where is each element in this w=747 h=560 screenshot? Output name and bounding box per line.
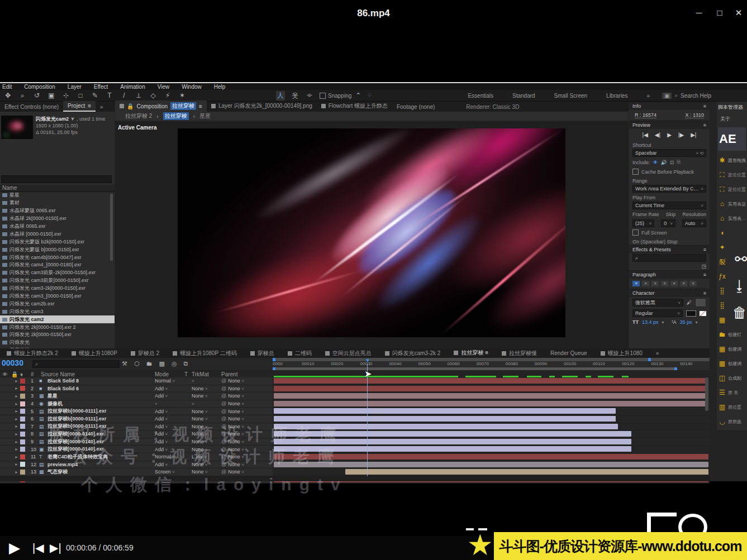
label-color-swatch[interactable]	[20, 424, 25, 429]
tab-overflow[interactable]: »	[96, 102, 108, 112]
label-color-swatch[interactable]	[20, 470, 25, 475]
tool-icon[interactable]: 人	[276, 91, 285, 100]
layer-trkmat-select[interactable]: None ˅	[192, 447, 218, 452]
workspace-tab[interactable]: Libraries	[606, 93, 627, 99]
label-color-swatch[interactable]	[20, 417, 25, 422]
twirl-arrow[interactable]: ►	[15, 447, 18, 451]
layer-parent-select[interactable]: @None ˅	[221, 386, 260, 391]
script-item[interactable]: ⛶ 定位位置	[717, 167, 747, 182]
layer-trkmat-select[interactable]: ˅	[192, 401, 218, 406]
layer-row[interactable]: ► 7 ▤ 拉丝穿梭b[0000-0111].exr Add ˅ None ˅ …	[0, 423, 710, 431]
hide-shy-icon[interactable]: 🖿	[146, 360, 152, 367]
layer-name[interactable]: Black Solid 6	[47, 386, 151, 391]
twirl-arrow[interactable]: ►	[15, 402, 18, 406]
transport-button[interactable]: ▶|	[691, 132, 696, 138]
twirl-arrow[interactable]: ►	[15, 462, 18, 466]
label-column-icon[interactable]: ♦	[20, 371, 23, 377]
project-file-row[interactable]: 闪烁发光 cam4_[0000-0180].exr	[0, 261, 115, 269]
project-file-row[interactable]: 闪烁发光 cam3前景[0000-0150].exr	[0, 277, 115, 285]
panel-menu-icon[interactable]: ≡	[88, 103, 91, 109]
reset-icon[interactable]: ⟲	[700, 151, 703, 156]
twirl-arrow[interactable]: ►	[15, 470, 18, 474]
project-file-row[interactable]: 水晶球 0065.exr	[0, 223, 115, 231]
layer-track[interactable]	[273, 400, 710, 408]
no-stroke-swatch[interactable]	[700, 311, 706, 316]
justify-last-left-button[interactable]: ≡	[661, 281, 668, 286]
tool-icon[interactable]: T	[105, 92, 114, 99]
layer-track[interactable]	[273, 423, 710, 430]
layer-trkmat-select[interactable]: None ˅	[192, 386, 218, 391]
label-color-swatch[interactable]	[20, 379, 25, 384]
project-file-row[interactable]: 素材	[0, 199, 115, 207]
transport-button[interactable]: |◀	[643, 132, 648, 138]
layer-name[interactable]: 拉丝穿梭[0000-0140].exr	[47, 430, 151, 438]
play-from-select[interactable]: Current Time˅	[632, 202, 706, 209]
trash-overlay-icon[interactable]: 🗑	[732, 304, 747, 322]
layer-mode-select[interactable]: Screen ˅	[155, 469, 184, 475]
layer-row[interactable]: ► 6 ▤ 拉丝穿梭b[0000-0111].exr Add ˅ None ˅ …	[0, 415, 710, 423]
layer-name[interactable]: 摄像机	[47, 400, 151, 408]
layer-track[interactable]	[273, 393, 710, 400]
justify-last-right-button[interactable]: ≡	[680, 281, 687, 286]
layer-track[interactable]	[273, 438, 710, 446]
layer-name[interactable]: 老鹰C4D粒子流体特效宝典	[47, 453, 151, 461]
export-icon[interactable]: ⎘	[677, 159, 681, 165]
tool-icon[interactable]: ⚡	[163, 92, 172, 99]
renderer-label[interactable]: Renderer: Classic 3D	[461, 102, 524, 112]
layer-name[interactable]: 星星	[47, 393, 151, 400]
tab-effect-controls[interactable]: Effect Controls (none)	[0, 102, 63, 112]
minimize-button[interactable]: ─	[693, 7, 705, 19]
layer-row[interactable]: ► 8 ▤ 拉丝穿梭[0000-0140].exr Add ˅ None ˅ @…	[0, 430, 710, 438]
layer-trkmat-select[interactable]: None ˅	[192, 393, 218, 399]
label-color-swatch[interactable]	[20, 386, 25, 391]
breadcrumb-comp2[interactable]: 拉丝穿梭 2	[125, 112, 152, 120]
layer-trkmat-select[interactable]: ˅	[192, 378, 218, 384]
align-left-button[interactable]: ≡	[632, 281, 640, 286]
timeline-footer-scrollbar[interactable]	[0, 476, 710, 481]
layer-track[interactable]	[273, 468, 710, 476]
panel-menu-icon[interactable]: ≡	[703, 290, 706, 296]
layer-parent-select[interactable]: @None ˅	[221, 447, 260, 452]
layer-parent-select[interactable]: @None ˅	[221, 424, 260, 429]
play-icon[interactable]: ▶	[9, 536, 20, 560]
project-file-row[interactable]: 水晶球蒙版 0065.exr	[0, 207, 115, 215]
timeline-tab[interactable]: 拉丝穿梭慢	[495, 348, 544, 358]
timeline-tab[interactable]: 空间云层点亮总	[318, 348, 378, 358]
shortcut-select[interactable]: Spacebar˅ ⟲	[632, 149, 706, 157]
layer-track[interactable]	[273, 408, 710, 415]
project-file-row[interactable]: 闪烁发光 cam4b[0000-0047].exr	[0, 253, 115, 261]
tab-project[interactable]: Project ≡	[63, 101, 96, 112]
project-file-row[interactable]: 闪烁发光 cam3	[0, 308, 115, 315]
tool-icon[interactable]: 옷	[291, 91, 299, 100]
layer-row[interactable]: ► 12 ▤ preview.mp4 Add ˅ None ˅ @None ˅	[0, 461, 710, 469]
layer-name[interactable]: 拉丝穿梭b[0000-0111].exr	[47, 408, 151, 415]
panel-menu-icon[interactable]: ≡	[199, 103, 202, 109]
layer-duration-bar[interactable]	[274, 393, 708, 399]
breadcrumb-comp3[interactable]: 星星	[199, 112, 211, 120]
script-item[interactable]: ◡ 层层函	[717, 414, 747, 429]
download-overlay-icon[interactable]: ⭳	[732, 277, 747, 295]
script-item[interactable]: ◖	[717, 226, 747, 240]
menu-item[interactable]: Edit	[2, 84, 12, 90]
layer-name[interactable]: preview.mp4	[47, 462, 151, 467]
close-button[interactable]: ✕	[732, 7, 745, 19]
font-size-value[interactable]: 13.4 px	[642, 319, 659, 325]
transport-button[interactable]: |▶	[678, 132, 684, 138]
layer-duration-bar[interactable]	[345, 469, 708, 475]
fit-icon[interactable]: ⁘	[365, 92, 374, 99]
audio-include-icon[interactable]: 🔊	[661, 160, 667, 165]
project-file-row[interactable]: 闪烁发光 cam3-2k[0000-0150].exr	[0, 285, 115, 293]
align-right-button[interactable]: ≡	[651, 281, 659, 286]
tab-footage[interactable]: Footage (none)	[392, 102, 439, 112]
justify-last-center-button[interactable]: ≡	[670, 281, 678, 286]
lock-column-icon[interactable]: 🔒	[11, 371, 18, 377]
timeline-tab[interactable]: 闪烁发光cam3-2k 2	[378, 348, 448, 358]
layer-row[interactable]: ► 5 ▤ 拉丝穿梭b[0000-0111].exr Add ˅ None ˅ …	[0, 408, 710, 415]
project-file-row[interactable]: 闪烁发光蒙版 b2k[0000-0150].exr	[0, 238, 115, 246]
layer-trkmat-select[interactable]: None ˅	[192, 462, 218, 467]
video-include-icon[interactable]: 👁	[653, 160, 658, 165]
t-column[interactable]: T	[184, 371, 188, 377]
eyedropper-icon[interactable]: 🖋	[687, 300, 692, 305]
timeline-tab[interactable]: Render Queue	[544, 349, 594, 357]
project-file-row[interactable]: 闪烁发光	[0, 339, 115, 347]
